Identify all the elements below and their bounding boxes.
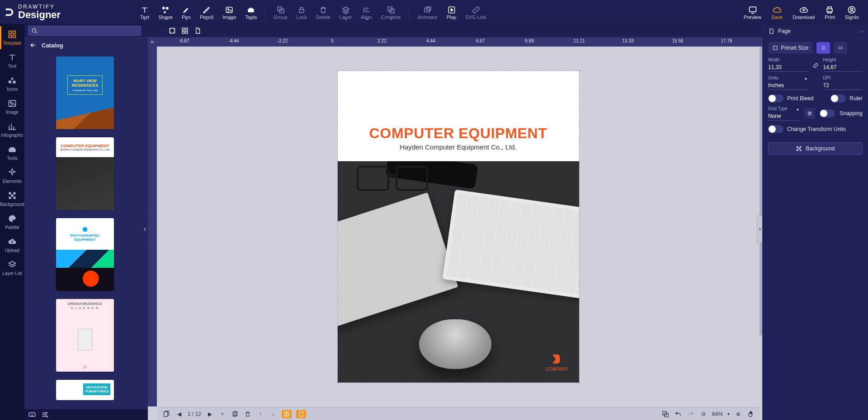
rail-elements[interactable]: Elements xyxy=(0,164,24,187)
btn-save[interactable]: Save xyxy=(767,4,787,21)
snapping-toggle[interactable] xyxy=(820,109,835,117)
download-icon xyxy=(799,5,808,14)
back-button[interactable] xyxy=(29,41,37,49)
templates-list[interactable]: MARY VIEWRESIDENCESA Home for Your Life … xyxy=(24,54,148,409)
page-layout-b[interactable] xyxy=(296,410,306,418)
template-card[interactable]: COMPUTER EQUIPMENTHayden Computer Equipm… xyxy=(56,137,114,210)
tool-shape[interactable]: Shape▾ xyxy=(154,4,177,21)
page-duplicate[interactable] xyxy=(231,410,239,418)
rail-text[interactable]: Text xyxy=(0,49,24,72)
page-artboard[interactable]: COMPUTER EQUIPMENT Hayden Computer Equip… xyxy=(337,70,580,383)
svg-rect-13 xyxy=(827,9,833,12)
width-input[interactable] xyxy=(768,63,808,72)
tool-delete[interactable]: Delete xyxy=(311,4,335,21)
units-select[interactable]: Inches xyxy=(768,81,808,90)
grid-options-icon[interactable] xyxy=(804,108,815,119)
orientation-landscape[interactable] xyxy=(834,42,847,54)
link-dimensions-icon[interactable] xyxy=(812,62,819,70)
zoom-out[interactable]: ⊖ xyxy=(699,410,708,418)
tool-image[interactable]: Image▾ xyxy=(218,4,241,21)
tool-text[interactable]: Text▾ xyxy=(136,4,154,21)
template-card[interactable]: PHOTOGRAPHICEQUIPMENT xyxy=(56,218,114,291)
page-photo[interactable]: COMPANY xyxy=(338,161,579,383)
page-subtitle[interactable]: Hayden Computer Equipment Co., Ltd. xyxy=(338,143,579,151)
change-units-toggle[interactable] xyxy=(768,125,783,133)
tool-group[interactable]: Group xyxy=(269,4,292,21)
svg-rect-28 xyxy=(9,100,16,106)
page-delete[interactable] xyxy=(244,410,252,418)
page-up[interactable]: ↑ xyxy=(256,410,264,418)
shape-icon xyxy=(161,5,170,14)
page-next[interactable]: ▶ xyxy=(206,410,214,418)
rail-icons[interactable]: Icons xyxy=(0,72,24,95)
template-card[interactable]: DREAM WEDDINGSP L A N N E R ◇ xyxy=(56,299,114,372)
btn-signin[interactable]: SignIn xyxy=(840,4,863,21)
pages-icon[interactable] xyxy=(162,410,170,418)
orientation-portrait[interactable] xyxy=(816,42,830,54)
tool-animator[interactable]: Animator xyxy=(413,4,442,21)
company-logo[interactable]: COMPANY xyxy=(546,352,568,372)
print-bleed-toggle[interactable] xyxy=(768,94,783,103)
rail-template[interactable]: Template xyxy=(0,26,24,49)
company-icon xyxy=(549,352,565,366)
template-card[interactable]: MACKENZIEFURNITURES xyxy=(56,380,114,400)
rail-tools[interactable]: Tools xyxy=(0,141,24,164)
grid-select[interactable]: None xyxy=(768,112,800,121)
tool-svglink[interactable]: SVG Link xyxy=(461,4,491,21)
tool-combine[interactable]: Combine▾ xyxy=(377,4,406,21)
zoom-value[interactable]: 64% xyxy=(712,411,723,417)
rail-infographic[interactable]: Infographic xyxy=(0,118,24,141)
tool-layer[interactable]: Layer▾ xyxy=(335,4,357,21)
logo-icon xyxy=(5,7,14,17)
rail-palette[interactable]: Palette xyxy=(0,210,24,233)
tool-pencil[interactable]: Pencil▾ xyxy=(195,4,218,21)
rail-layerlist[interactable]: Layer List xyxy=(0,257,24,280)
zoom-in[interactable]: ⊕ xyxy=(734,410,742,418)
templates-footer xyxy=(24,409,148,420)
btn-print[interactable]: Print xyxy=(820,4,840,21)
kbd-icon[interactable] xyxy=(28,411,36,419)
template-card[interactable]: MARY VIEWRESIDENCESA Home for Your Life xyxy=(56,56,114,129)
search-input[interactable] xyxy=(38,27,138,34)
page-layout-a[interactable] xyxy=(282,410,292,418)
btn-download[interactable]: Download xyxy=(788,4,819,21)
shapes-icon xyxy=(8,76,17,85)
page-add[interactable]: ＋ xyxy=(218,410,226,418)
page-prev[interactable]: ◀ xyxy=(175,410,183,418)
preset-size-button[interactable]: Preset Size xyxy=(768,42,813,54)
canvas-editpath-icon[interactable] xyxy=(181,27,189,35)
height-input[interactable] xyxy=(823,63,863,72)
canvas-anchorpage-icon[interactable] xyxy=(193,27,202,35)
sparkle-icon xyxy=(8,168,17,177)
background-button[interactable]: Background xyxy=(768,142,863,155)
tool-pen[interactable]: Pen▾ xyxy=(177,4,195,21)
rail-image[interactable]: Image xyxy=(0,95,24,118)
svg-rect-12 xyxy=(749,7,756,12)
collapse-panel[interactable]: ‹ xyxy=(142,215,148,243)
tool-tools[interactable]: Tools▾ xyxy=(241,4,262,21)
layer-icon xyxy=(341,5,350,14)
redo[interactable] xyxy=(687,410,695,418)
canvas-stage[interactable]: COMPUTER EQUIPMENT Hayden Computer Equip… xyxy=(157,47,760,406)
tool-align[interactable]: Align▾ xyxy=(356,4,376,21)
template-search[interactable] xyxy=(28,26,141,36)
svg-rect-44 xyxy=(822,46,824,50)
canvas-masksel-icon[interactable] xyxy=(168,27,176,35)
tool-play[interactable]: Play xyxy=(442,4,461,21)
page-down[interactable]: ↓ xyxy=(269,410,277,418)
ruler-toggle[interactable] xyxy=(830,94,846,103)
btn-preview[interactable]: Preview xyxy=(739,4,766,21)
pan-hand-icon[interactable] xyxy=(747,410,755,418)
page-title[interactable]: COMPUTER EQUIPMENT xyxy=(338,125,579,142)
dpi-input[interactable] xyxy=(823,81,863,90)
page-counter: 1 / 12 xyxy=(188,411,201,417)
rail-background[interactable]: Background xyxy=(0,187,24,210)
tool-lock[interactable]: Lock xyxy=(292,4,311,21)
ruler-vertical xyxy=(148,47,157,406)
history-icon[interactable] xyxy=(661,410,670,418)
undo[interactable] xyxy=(674,410,682,418)
rail-upload[interactable]: Upload xyxy=(0,233,24,257)
settings2-icon[interactable] xyxy=(41,411,49,419)
expand-inspector[interactable]: › xyxy=(757,215,762,243)
inspector-header[interactable]: Page ︿ xyxy=(763,24,868,38)
